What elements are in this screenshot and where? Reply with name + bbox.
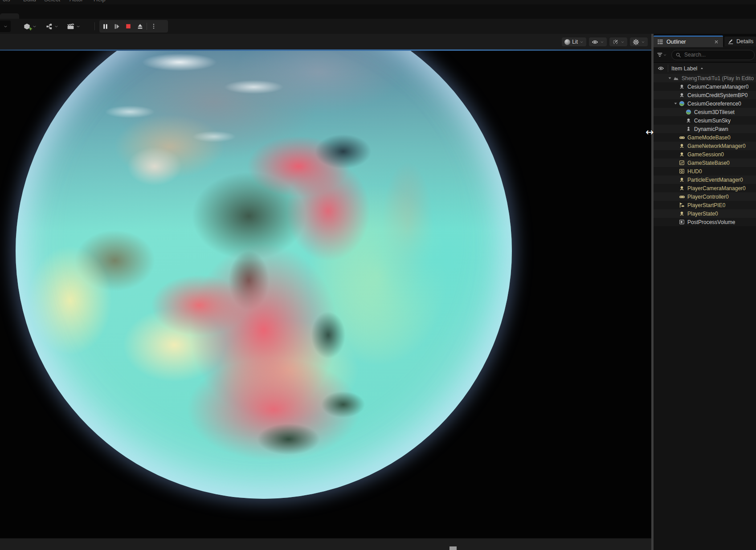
outliner-item-label: PlayerState0: [687, 211, 718, 217]
menu-item-ols[interactable]: ols: [3, 0, 10, 3]
outliner-row-postprocessvolume[interactable]: PostProcessVolume: [654, 218, 756, 226]
expander-arrow-icon[interactable]: [667, 76, 673, 81]
menu-item-select[interactable]: Select: [44, 0, 60, 3]
search-input[interactable]: [683, 51, 739, 58]
chevron-down-icon: [663, 53, 667, 57]
level-viewport: Lit: [0, 34, 651, 538]
save-dropdown-button[interactable]: [0, 20, 11, 32]
sort-ascending-icon: [699, 66, 704, 71]
blueprints-icon: [46, 23, 53, 30]
visibility-column-eye-icon[interactable]: [658, 65, 664, 72]
outliner-row-cesiumgeoreference0[interactable]: CesiumGeoreference0: [654, 99, 756, 108]
outliner-row-shengtianditu1-play-in-edito[interactable]: ShengTiandiTu1 (Play In Edito: [654, 74, 756, 82]
outliner-row-gamestatebase0[interactable]: GameStateBase0: [654, 159, 756, 167]
outliner-header-row: Item Label: [654, 62, 756, 74]
outliner-tab-label: Outliner: [666, 39, 686, 45]
outliner-item-label: CesiumSunSky: [694, 118, 731, 124]
blueprints-button[interactable]: [46, 20, 59, 32]
outliner-item-label: GameNetworkManager0: [687, 143, 746, 149]
expander-arrow-icon[interactable]: [673, 101, 679, 106]
add-cube-icon: +: [23, 23, 31, 30]
outliner-row-gamesession0[interactable]: GameSession0: [654, 150, 756, 159]
outliner-item-label: HUD0: [687, 168, 702, 175]
level-asset-tab[interactable]: [0, 13, 19, 19]
outliner-row-cesiumcameramanager0[interactable]: CesiumCameraManager0: [654, 82, 756, 91]
stop-button[interactable]: [123, 21, 134, 32]
outliner-row-hud0[interactable]: HUD0: [654, 167, 756, 175]
outliner-row-playerstate0[interactable]: PlayerState0: [654, 209, 756, 218]
eye-icon: [592, 39, 598, 45]
outliner-row-particleeventmanager0[interactable]: ParticleEventManager0: [654, 175, 756, 184]
filter-button[interactable]: [657, 52, 667, 58]
actor-icon: [686, 118, 692, 123]
actor-icon: [679, 92, 686, 98]
pause-button[interactable]: [99, 21, 111, 32]
outliner-row-gamemodebase0[interactable]: GameModeBase0: [654, 133, 756, 142]
gauge-icon: [612, 39, 619, 45]
frame-skip-button[interactable]: [111, 21, 123, 32]
view-performance-button[interactable]: [609, 37, 627, 46]
actor-icon: [679, 143, 686, 149]
flag-icon: [679, 202, 686, 208]
lit-sphere-icon: [564, 39, 570, 45]
tab-details[interactable]: Details: [724, 37, 756, 46]
outliner-row-cesium3dtileset[interactable]: Cesium3DTileset: [654, 108, 756, 116]
chevron-down-icon: [641, 40, 645, 44]
menu-item-build[interactable]: Build: [23, 0, 36, 3]
cesium-earth-globe: [16, 51, 512, 499]
item-label-column-header[interactable]: Item Label: [671, 65, 704, 72]
actor-icon: [679, 185, 686, 191]
outliner-row-playercameramanager0[interactable]: PlayerCameraManager0: [654, 184, 756, 192]
menu-item-help[interactable]: Help: [94, 0, 106, 3]
outliner-row-cesiumcreditsystembp0[interactable]: CesiumCreditSystemBP0: [654, 91, 756, 99]
play-group-divider: [147, 23, 147, 30]
outliner-row-gamenetworkmanager0[interactable]: GameNetworkManager0: [654, 142, 756, 150]
globe-icon: [679, 101, 686, 106]
play-options-button[interactable]: [148, 21, 159, 32]
cinematics-button[interactable]: [67, 20, 81, 32]
chevron-down-icon: [621, 40, 625, 44]
add-actor-button[interactable]: +: [23, 20, 37, 32]
clapperboard-icon: [67, 23, 74, 30]
actor-icon: [679, 177, 686, 183]
outliner-panel: Outliner Details Item Label: [654, 34, 756, 550]
outliner-item-label: Cesium3DTileset: [694, 109, 735, 115]
outliner-item-label: CesiumCameraManager0: [687, 84, 748, 90]
search-box: [671, 50, 755, 60]
pawn-icon: [686, 126, 692, 132]
view-mode-button[interactable]: Lit: [562, 37, 586, 46]
outliner-item-label: DynamicPawn: [694, 126, 728, 132]
viewport-settings-button[interactable]: [630, 37, 648, 46]
play-controls-group: [99, 20, 168, 33]
outliner-item-label: GameModeBase0: [687, 134, 731, 141]
actor-icon: [679, 211, 686, 216]
tab-outliner[interactable]: Outliner: [654, 36, 723, 47]
close-icon[interactable]: [714, 39, 719, 45]
actor-icon: [679, 84, 686, 90]
search-icon: [675, 52, 681, 58]
show-flags-button[interactable]: [589, 37, 607, 46]
hud-icon: [679, 168, 686, 174]
outliner-row-dynamicpawn[interactable]: DynamicPawn: [654, 125, 756, 133]
gamepad-icon: [679, 194, 686, 200]
outliner-search-row: [654, 48, 756, 61]
toolbar-separator: [94, 22, 95, 30]
chart-icon: [679, 160, 686, 166]
outliner-item-label: CesiumGeoreference0: [687, 101, 741, 107]
game-viewport[interactable]: [0, 51, 651, 538]
outliner-item-label: PlayerController0: [687, 194, 729, 200]
outliner-row-playercontroller0[interactable]: PlayerController0: [654, 192, 756, 201]
actor-icon: [679, 151, 686, 157]
viewport-header: Lit: [0, 34, 651, 49]
globe-icon: [686, 109, 692, 115]
outliner-row-playerstartpie0[interactable]: PlayerStartPIE0: [654, 201, 756, 209]
outliner-row-cesiumsunsky[interactable]: CesiumSunSky: [654, 116, 756, 125]
eject-button[interactable]: [134, 21, 146, 32]
content-drawer-handle[interactable]: [450, 546, 457, 550]
column-divider: [668, 65, 668, 72]
menu-item-actor[interactable]: Actor: [69, 0, 83, 3]
chevron-down-icon: [76, 24, 81, 29]
main-toolbar: +: [0, 19, 756, 34]
unreal-editor-window: olsBuildSelectActorHelp +: [0, 0, 756, 550]
gear-icon: [633, 39, 639, 45]
